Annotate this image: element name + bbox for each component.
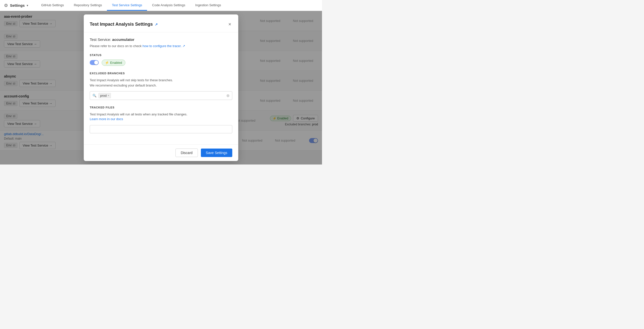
- save-settings-button[interactable]: Save Settings: [201, 148, 232, 157]
- status-row: ⚡ Enabled: [90, 60, 232, 66]
- main-content: aaa-event-prober Env: ci View Test Servi…: [0, 11, 322, 164]
- status-toggle[interactable]: [90, 60, 99, 65]
- clear-button[interactable]: ⊗: [226, 93, 230, 98]
- docs-link-external-icon: ↗: [182, 44, 185, 48]
- modal-service-name: Test Service: accumulator: [90, 38, 232, 42]
- modal-enabled-badge: ⚡ Enabled: [102, 60, 125, 66]
- tracked-files-label: TRACKED FILES: [90, 106, 232, 109]
- nav-title: Settings: [10, 3, 25, 8]
- modal-title-external-link-icon[interactable]: ↗: [155, 22, 158, 26]
- modal-header: Test Impact Analysis Settings ↗ ×: [84, 14, 238, 32]
- tab-test-service-settings[interactable]: Test Service Settings: [107, 0, 147, 11]
- tab-code-analysis-settings[interactable]: Code Analysis Settings: [147, 0, 190, 11]
- modal-close-button[interactable]: ×: [227, 20, 232, 28]
- modal-docs-text: Please refer to our docs on to check how…: [90, 44, 232, 48]
- docs-link[interactable]: how to configure the tracer. ↗: [142, 44, 185, 48]
- tracked-desc: Test Impact Analysis will run all tests …: [90, 112, 232, 122]
- branch-tag: prod ×: [98, 93, 111, 98]
- tab-repository-settings[interactable]: Repository Settings: [69, 0, 107, 11]
- status-toggle-slider: [90, 60, 99, 65]
- modal-footer: Discard Save Settings: [84, 144, 238, 161]
- tracked-files-input[interactable]: [90, 125, 232, 133]
- branch-tag-close[interactable]: ×: [108, 94, 109, 97]
- nav-dropdown-icon[interactable]: ▾: [27, 4, 28, 7]
- excluded-branches-input[interactable]: 🔍 prod × ⊗: [90, 91, 232, 100]
- excluded-desc: Test Impact Analysis will not skip tests…: [90, 78, 232, 88]
- branch-search-input[interactable]: [113, 94, 224, 98]
- tracked-learn-more-link[interactable]: Learn more in our docs: [90, 117, 123, 121]
- modal-body: Test Service: accumulator Please refer t…: [84, 32, 238, 144]
- modal-dialog: Test Impact Analysis Settings ↗ × Test S…: [84, 14, 238, 161]
- nav-tabs: GitHub Settings Repository Settings Test…: [36, 0, 226, 11]
- top-nav: ⚙ Settings ▾ GitHub Settings Repository …: [0, 0, 322, 11]
- search-icon: 🔍: [92, 94, 96, 98]
- tab-ingestion-settings[interactable]: Ingestion Settings: [190, 0, 226, 11]
- modal-title: Test Impact Analysis Settings ↗: [90, 22, 158, 27]
- excluded-branches-section: EXCLUDED BRANCHES Test Impact Analysis w…: [90, 72, 232, 100]
- excluded-branches-label: EXCLUDED BRANCHES: [90, 72, 232, 75]
- tab-github-settings[interactable]: GitHub Settings: [36, 0, 69, 11]
- modal-overlay: Test Impact Analysis Settings ↗ × Test S…: [0, 11, 322, 164]
- discard-button[interactable]: Discard: [176, 148, 198, 157]
- status-section-label: STATUS: [90, 54, 232, 56]
- modal-lightning-icon: ⚡: [105, 61, 109, 64]
- tracked-files-section: TRACKED FILES Test Impact Analysis will …: [90, 106, 232, 133]
- settings-icon: ⚙: [4, 3, 8, 8]
